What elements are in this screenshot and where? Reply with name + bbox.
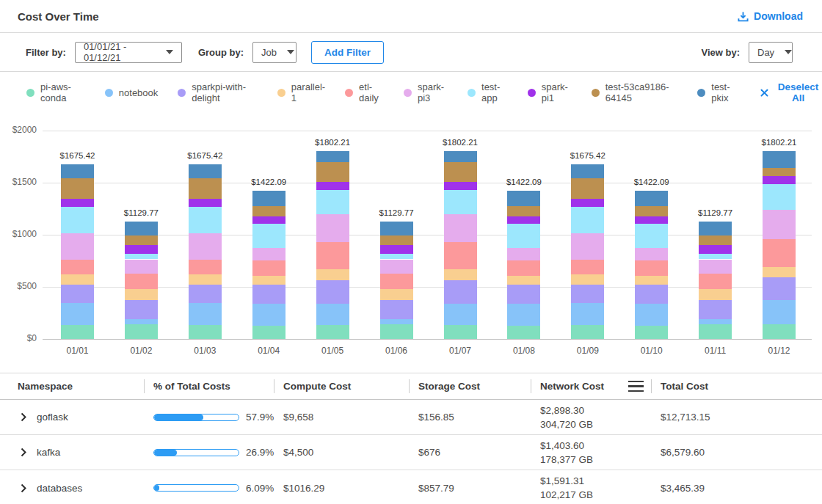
column-header-network[interactable]: Network Cost <box>531 373 651 399</box>
date-range-select[interactable]: 01/01/21 - 01/12/21 <box>75 42 182 63</box>
bar-segment-test-53ca9186-64145 <box>61 178 94 199</box>
bar-segment-notebook <box>380 319 413 324</box>
column-header-storage[interactable]: Storage Cost <box>409 373 531 399</box>
bar-total-label: $1422.09 <box>236 178 302 186</box>
bar-segment-notebook <box>571 303 604 325</box>
chart-legend: pi-aws-condanotebooksparkpi-with-delight… <box>0 72 822 110</box>
network-cost-cell: $1,403.60 178,377 GB <box>531 439 651 467</box>
deselect-all-button[interactable]: Deselect All <box>760 81 822 103</box>
bar-segment-test-53ca9186-64145 <box>635 206 668 216</box>
legend-item-sparkpi-with-delight[interactable]: sparkpi-with-delight <box>178 81 258 103</box>
network-gb-value: 304,720 GB <box>540 417 651 431</box>
bar-segment-sparkpi-with-delight <box>507 285 540 303</box>
legend-item-spark-pi1[interactable]: spark-pi1 <box>528 81 572 103</box>
bar-segment-etl-daily <box>252 260 285 276</box>
bar-segment-pi-aws-conda <box>125 324 158 339</box>
bar-segment-pi-aws-conda <box>61 325 94 339</box>
column-menu-icon[interactable] <box>628 381 644 392</box>
bar-segment-test-53ca9186-64145 <box>571 178 604 199</box>
legend-label: spark-pi1 <box>542 81 572 103</box>
bar-segment-parallel-1 <box>507 276 540 285</box>
bar-segment-test-pkix <box>380 222 413 235</box>
column-header-percent[interactable]: % of Total Costs <box>144 373 274 399</box>
bar-segment-etl-daily <box>189 260 222 274</box>
legend-item-spark-pi3[interactable]: spark-pi3 <box>404 81 448 103</box>
bar-total-label: $1675.42 <box>172 151 238 160</box>
legend-item-test-pkix[interactable]: test-pkix <box>697 81 738 103</box>
bar-segment-pi-aws-conda <box>635 326 668 339</box>
legend-item-notebook[interactable]: notebook <box>105 87 159 98</box>
legend-item-test-app[interactable]: test-app <box>468 81 508 103</box>
x-axis-tick-label: 01/09 <box>559 346 617 356</box>
bar-segment-etl-daily <box>635 260 668 276</box>
namespace-name[interactable]: goflask <box>37 412 68 423</box>
bar-segment-spark-pi1 <box>699 245 732 253</box>
column-header-compute[interactable]: Compute Cost <box>274 373 409 399</box>
bar-segment-pi-aws-conda <box>699 324 732 339</box>
bar-segment-sparkpi-with-delight <box>316 280 349 304</box>
bar-segment-test-app <box>316 190 349 214</box>
bar-segment-notebook <box>635 304 668 326</box>
bar-segment-test-pkix <box>444 151 477 162</box>
x-axis-tick-label: 01/02 <box>112 346 170 356</box>
bar-segment-etl-daily <box>61 260 94 274</box>
namespace-name[interactable]: kafka <box>37 447 60 458</box>
download-label: Download <box>754 10 803 22</box>
bar-total-label: $1802.21 <box>746 138 812 147</box>
legend-item-test-53ca9186-64145[interactable]: test-53ca9186-64145 <box>592 81 678 103</box>
bar-segment-notebook <box>507 304 540 326</box>
legend-dot <box>105 89 113 97</box>
filter-by-label: Filter by: <box>26 47 66 58</box>
x-axis-tick-label: 01/05 <box>303 346 362 356</box>
column-header-total[interactable]: Total Cost <box>651 373 822 399</box>
date-range-value: 01/01/21 - 01/12/21 <box>84 41 156 63</box>
bar-segment-spark-pi3 <box>507 248 540 260</box>
expand-row-icon[interactable] <box>20 483 28 493</box>
total-cost-value: $3,465.39 <box>651 483 822 494</box>
namespace-name[interactable]: databases <box>37 483 82 494</box>
bar-segment-sparkpi-with-delight <box>635 285 668 303</box>
download-button[interactable]: Download <box>738 10 803 22</box>
bar-segment-spark-pi1 <box>125 245 158 253</box>
bar-segment-parallel-1 <box>189 274 222 285</box>
gridline <box>43 235 812 235</box>
bar-segment-pi-aws-conda <box>380 324 413 339</box>
legend-item-pi-aws-conda[interactable]: pi-aws-conda <box>26 81 85 103</box>
bar-segment-spark-pi3 <box>189 233 222 260</box>
bar-segment-pi-aws-conda <box>316 325 349 339</box>
column-header-namespace[interactable]: Namespace <box>0 373 144 399</box>
legend-item-parallel-1[interactable]: parallel-1 <box>277 81 325 103</box>
bar-segment-test-app <box>125 254 158 260</box>
bar-total-label: $1422.09 <box>491 178 557 186</box>
legend-dot <box>592 89 600 97</box>
total-cost-value: $6,579.60 <box>651 447 822 458</box>
expand-row-icon[interactable] <box>20 412 28 422</box>
bar-segment-test-app <box>571 207 604 233</box>
legend-item-etl-daily[interactable]: etl-daily <box>345 81 384 103</box>
bar-segment-spark-pi3 <box>763 210 796 239</box>
view-by-select[interactable]: Day <box>749 42 793 63</box>
bar-segment-etl-daily <box>699 274 732 289</box>
bar-segment-spark-pi1 <box>252 216 285 224</box>
bar-segment-pi-aws-conda <box>444 325 477 339</box>
group-by-select[interactable]: Job <box>252 42 297 63</box>
add-filter-button[interactable]: Add Filter <box>311 41 384 64</box>
bar-segment-test-pkix <box>61 164 94 178</box>
bar-segment-sparkpi-with-delight <box>125 300 158 319</box>
storage-cost-value: $156.85 <box>409 412 531 423</box>
legend-dot <box>404 89 412 97</box>
chevron-down-icon <box>287 50 294 54</box>
legend-label: test-53ca9186-64145 <box>605 81 678 103</box>
bar-segment-test-pkix <box>699 222 732 235</box>
expand-row-icon[interactable] <box>20 448 28 457</box>
bar-total-label: $1129.77 <box>683 208 749 217</box>
network-cost-value: $2,898.30 <box>540 403 651 417</box>
bar-segment-parallel-1 <box>125 289 158 300</box>
legend-label: sparkpi-with-delight <box>192 81 258 103</box>
bar-segment-spark-pi1 <box>444 182 477 190</box>
bar-segment-sparkpi-with-delight <box>763 277 796 300</box>
bar-segment-pi-aws-conda <box>763 324 796 339</box>
bar-segment-etl-daily <box>380 274 413 289</box>
bar-segment-spark-pi1 <box>61 199 94 206</box>
group-by-label: Group by: <box>198 47 244 58</box>
